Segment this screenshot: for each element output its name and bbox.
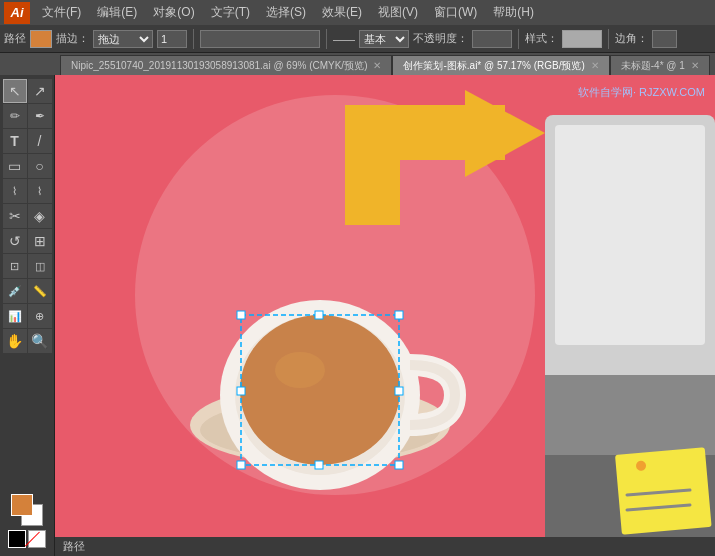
- svg-rect-23: [395, 387, 403, 395]
- menu-effect[interactable]: 效果(E): [314, 2, 370, 23]
- tool-row-7: ↺ ⊞: [2, 229, 52, 253]
- svg-rect-21: [395, 311, 403, 319]
- svg-point-16: [240, 315, 400, 465]
- tab-2[interactable]: 创作策划-图标.ai* @ 57.17% (RGB/预览) ✕: [392, 55, 609, 75]
- opacity-input[interactable]: 100%: [472, 30, 512, 48]
- menu-edit[interactable]: 编辑(E): [89, 2, 145, 23]
- menu-help[interactable]: 帮助(H): [485, 2, 542, 23]
- tool-row-9: 💉 📏: [2, 279, 52, 303]
- svg-rect-5: [345, 105, 400, 225]
- illustration: [55, 75, 715, 556]
- corner-input[interactable]: [652, 30, 677, 48]
- tools-panel: ↖ ↗ ✏ ✒ T / ▭ ○ ⌇ ⌇ ✂ ◈ ↺ ⊞ ⊡ ◫: [0, 75, 55, 556]
- tool-row-11: ✋ 🔍: [2, 329, 52, 353]
- menu-window[interactable]: 窗口(W): [426, 2, 485, 23]
- divider2: [326, 29, 327, 49]
- stroke-width-input[interactable]: [157, 30, 187, 48]
- style-label: 样式：: [525, 31, 558, 46]
- tool-row-6: ✂ ◈: [2, 204, 52, 228]
- stroke-color-swatch[interactable]: [30, 30, 52, 48]
- tool-symbol[interactable]: ⊕: [28, 304, 52, 328]
- tab-3[interactable]: 未标题-4* @ 1 ✕: [610, 55, 710, 75]
- tool-scale[interactable]: ⊞: [28, 229, 52, 253]
- tool-row-1: ↖ ↗: [2, 79, 52, 103]
- toolbar: 路径 描边： 拖边 —— 基本 不透明度： 100% 样式： 边角：: [0, 25, 715, 53]
- menu-file[interactable]: 文件(F): [34, 2, 89, 23]
- stroke-dash-input[interactable]: [200, 30, 320, 48]
- path-label: 路径: [4, 31, 26, 46]
- opacity-label: 不透明度：: [413, 31, 468, 46]
- style-swatch[interactable]: [562, 30, 602, 48]
- svg-rect-22: [237, 387, 245, 395]
- corner-label: 边角：: [615, 31, 648, 46]
- stroke-type-select[interactable]: 拖边: [93, 30, 153, 48]
- watermark: 软件自学网· RJZXW.COM: [578, 85, 705, 100]
- divider3: [518, 29, 519, 49]
- tool-mesh[interactable]: ⊡: [3, 254, 27, 278]
- svg-point-17: [275, 352, 325, 388]
- menu-object[interactable]: 对象(O): [145, 2, 202, 23]
- title-bar: Ai 文件(F) 编辑(E) 对象(O) 文字(T) 选择(S) 效果(E) 视…: [0, 0, 715, 25]
- tab-1-close[interactable]: ✕: [373, 60, 381, 71]
- tool-row-4: ▭ ○: [2, 154, 52, 178]
- menu-text[interactable]: 文字(T): [203, 2, 258, 23]
- tool-select[interactable]: ↖: [3, 79, 27, 103]
- stroke-label: 描边：: [56, 31, 89, 46]
- ai-logo: Ai: [4, 2, 30, 24]
- tab-bar: Nipic_25510740_20191130193058913081.ai @…: [0, 53, 715, 75]
- tool-zoom[interactable]: 🔍: [28, 329, 52, 353]
- tool-hand[interactable]: ✋: [3, 329, 27, 353]
- tool-direct-select[interactable]: ↗: [28, 79, 52, 103]
- tab-3-close[interactable]: ✕: [691, 60, 699, 71]
- path-bottom-label: 路径: [55, 537, 715, 556]
- black-swatch[interactable]: [8, 530, 26, 548]
- canvas-area[interactable]: 软件自学网· RJZXW.COM: [55, 75, 715, 556]
- menu-view[interactable]: 视图(V): [370, 2, 426, 23]
- fg-swatch[interactable]: [11, 494, 33, 516]
- base-select[interactable]: 基本: [359, 30, 409, 48]
- tool-eraser[interactable]: ◈: [28, 204, 52, 228]
- svg-rect-26: [395, 461, 403, 469]
- svg-rect-20: [315, 311, 323, 319]
- tool-pencil[interactable]: ✒: [28, 104, 52, 128]
- tool-gradient[interactable]: ◫: [28, 254, 52, 278]
- tool-row-2: ✏ ✒: [2, 104, 52, 128]
- svg-rect-7: [555, 125, 705, 345]
- tool-chart[interactable]: 📊: [3, 304, 27, 328]
- svg-rect-25: [315, 461, 323, 469]
- tool-rect[interactable]: ▭: [3, 154, 27, 178]
- tool-line[interactable]: /: [28, 129, 52, 153]
- tool-blob[interactable]: ⌇: [28, 179, 52, 203]
- tool-measure[interactable]: 📏: [28, 279, 52, 303]
- menu-bar: 文件(F) 编辑(E) 对象(O) 文字(T) 选择(S) 效果(E) 视图(V…: [34, 2, 542, 23]
- tool-ellipse[interactable]: ○: [28, 154, 52, 178]
- svg-rect-19: [237, 311, 245, 319]
- color-swatches: [2, 490, 52, 552]
- tool-rotate[interactable]: ↺: [3, 229, 27, 253]
- tab-1[interactable]: Nipic_25510740_20191130193058913081.ai @…: [60, 55, 392, 75]
- tool-text[interactable]: T: [3, 129, 27, 153]
- base-label: ——: [333, 33, 355, 45]
- divider1: [193, 29, 194, 49]
- menu-select[interactable]: 选择(S): [258, 2, 314, 23]
- tool-scissors[interactable]: ✂: [3, 204, 27, 228]
- main-area: ↖ ↗ ✏ ✒ T / ▭ ○ ⌇ ⌇ ✂ ◈ ↺ ⊞ ⊡ ◫: [0, 75, 715, 556]
- divider4: [608, 29, 609, 49]
- foreground-background-swatch[interactable]: [11, 494, 43, 526]
- tool-row-8: ⊡ ◫: [2, 254, 52, 278]
- tool-row-5: ⌇ ⌇: [2, 179, 52, 203]
- tool-eyedropper[interactable]: 💉: [3, 279, 27, 303]
- svg-rect-24: [237, 461, 245, 469]
- tool-pen[interactable]: ✏: [3, 104, 27, 128]
- tool-brush[interactable]: ⌇: [3, 179, 27, 203]
- tool-row-3: T /: [2, 129, 52, 153]
- none-swatch[interactable]: [28, 530, 46, 548]
- tab-2-close[interactable]: ✕: [591, 60, 599, 71]
- tool-row-10: 📊 ⊕: [2, 304, 52, 328]
